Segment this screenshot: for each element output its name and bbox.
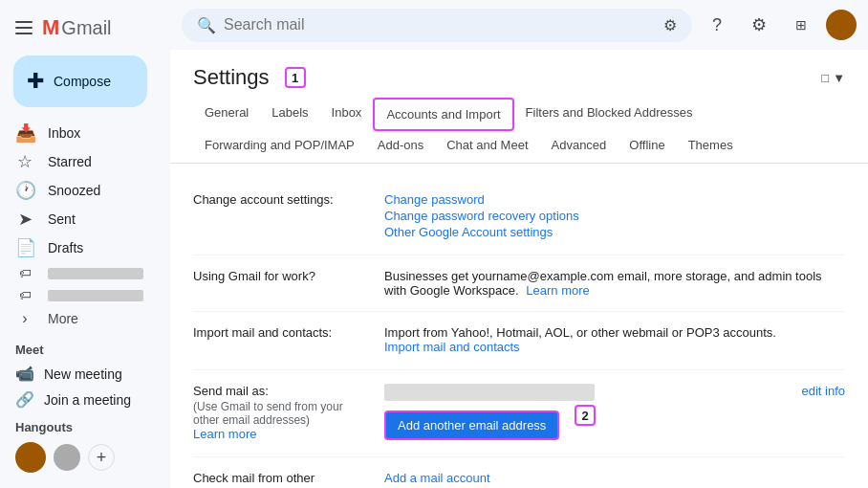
sidebar-item-join-meeting[interactable]: 🔗 Join a meeting: [0, 387, 170, 412]
sent-icon: ➤: [15, 209, 34, 230]
sidebar-item-new-meeting[interactable]: 📹 New meeting: [0, 361, 170, 387]
search-input[interactable]: [224, 16, 656, 33]
drafts-icon: 📄: [15, 237, 34, 258]
sidebar-item-more[interactable]: › More: [0, 306, 155, 331]
search-bar: 🔍 ⚙: [182, 9, 692, 42]
tab-themes[interactable]: Themes: [677, 130, 745, 163]
hangouts-avatar-2[interactable]: [54, 444, 80, 471]
add-hangout-button[interactable]: +: [88, 444, 115, 471]
settings-button[interactable]: ⚙: [742, 8, 776, 42]
new-meeting-label: New meeting: [44, 366, 122, 382]
more-label: More: [48, 311, 143, 326]
search-filter-icon[interactable]: ⚙: [663, 16, 677, 34]
main-content: 🔍 ⚙ ? ⚙ ⊞ Settings 1 □ ▼: [170, 0, 868, 488]
using-gmail-row: Using Gmail for work? Businesses get you…: [193, 255, 845, 312]
tab-filters[interactable]: Filters and Blocked Addresses: [514, 98, 705, 130]
more-icon: ›: [15, 310, 34, 327]
learn-more-link-gmail[interactable]: Learn more: [526, 283, 589, 298]
check-mail-content: Add a mail account: [384, 471, 845, 487]
badge-2: 2: [575, 405, 596, 426]
gmail-logo[interactable]: M Gmail: [42, 15, 112, 40]
meet-section-label: Meet: [0, 331, 170, 361]
send-mail-learn-more[interactable]: Learn more: [193, 427, 369, 441]
new-meeting-icon: 📹: [15, 365, 34, 383]
user-avatar[interactable]: [826, 10, 857, 40]
inbox-icon: 📥: [15, 122, 34, 144]
sidebar-item-inbox[interactable]: 📥 Inbox: [0, 119, 155, 147]
default-view-chevron: ▼: [833, 71, 845, 85]
no-recent-chats: No recent chats: [0, 480, 170, 488]
tab-chat-meet[interactable]: Chat and Meet: [435, 130, 539, 163]
blurred-label-1: [48, 268, 143, 279]
using-gmail-content: Businesses get yourname@example.com emai…: [384, 269, 845, 298]
hangouts-label: Hangouts: [15, 420, 155, 434]
other-google-account-link[interactable]: Other Google Account settings: [384, 225, 845, 239]
header-area: M Gmail: [0, 8, 170, 48]
tab-add-ons[interactable]: Add-ons: [366, 130, 435, 163]
compose-button[interactable]: ✚ Compose: [13, 55, 147, 107]
tab-forwarding[interactable]: Forwarding and POP/IMAP: [193, 130, 366, 163]
topbar-right: ? ⚙ ⊞: [700, 8, 857, 42]
gmail-m: M: [42, 15, 59, 40]
send-mail-label: Send mail as: (Use Gmail to send from yo…: [193, 384, 384, 443]
star-icon: ☆: [15, 151, 34, 172]
settings-title: Settings: [193, 65, 270, 90]
drafts-label: Drafts: [48, 240, 143, 255]
apps-icon: ⊞: [795, 17, 807, 33]
default-view-label: □: [821, 71, 829, 85]
change-account-label: Change account settings:: [193, 192, 384, 207]
sidebar-item-blurred1[interactable]: 🏷: [0, 262, 155, 284]
badge-1: 1: [285, 67, 306, 88]
label-icon-2: 🏷: [15, 288, 34, 302]
change-account-content: Change password Change password recovery…: [384, 192, 845, 241]
join-meeting-label: Join a meeting: [44, 392, 131, 408]
compose-label: Compose: [54, 74, 111, 89]
gmail-text: Gmail: [61, 17, 111, 39]
change-password-recovery-link[interactable]: Change password recovery options: [384, 209, 845, 223]
import-mail-link[interactable]: Import mail and contacts: [384, 340, 845, 354]
hangouts-avatars: +: [15, 442, 155, 473]
sidebar-item-starred[interactable]: ☆ Starred: [0, 147, 155, 176]
import-mail-text: Import from Yahoo!, Hotmail, AOL, or oth…: [384, 325, 845, 340]
settings-header-right[interactable]: □ ▼: [821, 71, 845, 85]
snoozed-label: Snoozed: [48, 183, 143, 198]
tab-labels[interactable]: Labels: [260, 98, 319, 130]
hangouts-section: Hangouts +: [0, 412, 170, 480]
sidebar-item-sent[interactable]: ➤ Sent: [0, 205, 155, 233]
tab-advanced[interactable]: Advanced: [540, 130, 618, 163]
add-email-address-button[interactable]: Add another email address: [384, 410, 559, 440]
hangouts-avatar-main[interactable]: [15, 442, 46, 473]
settings-header: Settings 1 □ ▼: [170, 50, 868, 90]
change-account-row: Change account settings: Change password…: [193, 179, 845, 255]
hamburger-menu[interactable]: [15, 21, 33, 34]
tab-accounts[interactable]: Accounts and Import: [373, 98, 513, 131]
edit-info-link[interactable]: edit info: [801, 384, 845, 398]
search-icon: 🔍: [197, 16, 216, 34]
label-icon-1: 🏷: [15, 266, 34, 280]
settings-container: Settings 1 □ ▼ General Labels Inbox Acco…: [170, 50, 868, 488]
settings-tabs: General Labels Inbox Accounts and Import…: [170, 90, 868, 164]
gear-icon: ⚙: [751, 14, 767, 35]
tab-inbox[interactable]: Inbox: [320, 98, 374, 130]
help-icon: ?: [712, 15, 722, 35]
tab-offline[interactable]: Offline: [618, 130, 676, 163]
check-mail-row: Check mail from other accounts: Learn mo…: [193, 457, 845, 488]
settings-content: Change account settings: Change password…: [170, 164, 868, 488]
add-mail-account-link[interactable]: Add a mail account: [384, 471, 845, 485]
using-gmail-label: Using Gmail for work?: [193, 269, 384, 283]
change-password-link[interactable]: Change password: [384, 192, 845, 207]
blurred-label-2: [48, 290, 143, 301]
import-mail-label: Import mail and contacts:: [193, 325, 384, 340]
import-mail-row: Import mail and contacts: Import from Ya…: [193, 312, 845, 370]
topbar: 🔍 ⚙ ? ⚙ ⊞: [170, 0, 868, 50]
apps-button[interactable]: ⊞: [784, 8, 818, 42]
help-button[interactable]: ?: [700, 8, 734, 42]
send-mail-email-row: edit info: [384, 384, 845, 405]
sidebar-item-snoozed[interactable]: 🕐 Snoozed: [0, 176, 155, 205]
sidebar-item-blurred2[interactable]: 🏷: [0, 284, 155, 306]
snooze-icon: 🕐: [15, 180, 34, 201]
starred-label: Starred: [48, 154, 143, 169]
sidebar-item-drafts[interactable]: 📄 Drafts: [0, 233, 155, 262]
email-address-display: [384, 384, 595, 401]
tab-general[interactable]: General: [193, 98, 260, 130]
